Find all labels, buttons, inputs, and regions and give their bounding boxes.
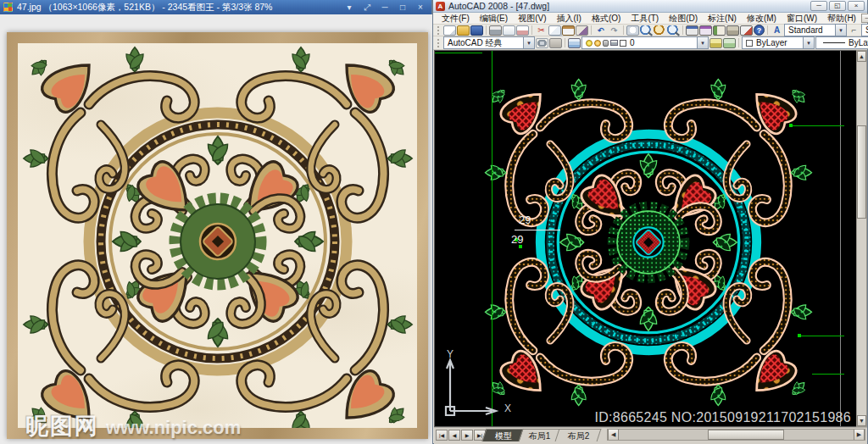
menu-item-insert[interactable]: 插入(I)	[551, 13, 586, 25]
layer-previous-icon[interactable]	[723, 38, 736, 48]
text-style-icon[interactable]: A	[771, 25, 783, 36]
save-icon[interactable]	[470, 25, 483, 36]
vertical-scrollbar[interactable]: ▲ ▼	[856, 50, 867, 427]
window-minimize-button[interactable]: ─	[810, 1, 827, 11]
design-center-icon[interactable]	[699, 25, 712, 36]
combo-arrow-icon[interactable]: ▾	[803, 37, 814, 48]
viewer-maximize-button[interactable]: □	[397, 1, 409, 14]
menu-item-format[interactable]: 格式(O)	[587, 13, 626, 25]
grip-point[interactable]	[789, 124, 793, 127]
tool-palettes-icon[interactable]	[713, 25, 726, 36]
toolbar-separator	[682, 25, 683, 35]
autocad-title-bar[interactable]: A AutoCAD 2008 - [47.dwg] ─ ◱ ×	[433, 0, 867, 13]
menu-item-help[interactable]: 帮助(H)	[822, 13, 861, 25]
drawing-minimize-button[interactable]: ─	[861, 14, 868, 23]
menu-item-edit[interactable]: 编辑(E)	[475, 13, 513, 25]
viewer-canvas[interactable]: 昵图网 www.nipic.com	[0, 14, 432, 444]
help-icon[interactable]: ?	[754, 25, 765, 36]
dim-style-combo[interactable]: Standard	[861, 24, 868, 36]
undo-icon[interactable]: ↶	[594, 25, 607, 36]
menu-item-tools[interactable]: 工具(T)	[626, 13, 664, 25]
workspace-combo[interactable]: AutoCAD 经典 ▾	[443, 36, 535, 49]
layer-properties-icon[interactable]	[568, 38, 581, 48]
construction-line-top	[435, 53, 482, 53]
redo-icon[interactable]: ↷	[608, 25, 620, 36]
pan-icon[interactable]	[626, 25, 639, 36]
menu-item-draw[interactable]: 绘图(D)	[664, 13, 703, 25]
combo-arrow-icon[interactable]: ▾	[523, 37, 534, 48]
viewer-app-icon	[3, 3, 13, 12]
menu-item-view[interactable]: 视图(V)	[513, 13, 551, 25]
layer-plot-icon[interactable]	[610, 40, 618, 46]
viewer-menu-button[interactable]: ▾	[343, 1, 355, 14]
layer-color-swatch[interactable]	[620, 40, 626, 47]
autocad-window: A AutoCAD 2008 - [47.dwg] ─ ◱ × 文件(F) 编辑…	[432, 0, 868, 444]
zoom-previous-icon[interactable]	[667, 25, 680, 36]
marble-medallion-graphic	[18, 43, 417, 428]
text-style-combo[interactable]: Standard ▾	[784, 24, 847, 36]
scroll-left-button[interactable]: ◀	[608, 430, 619, 440]
viewer-close-button[interactable]: ×	[415, 1, 426, 14]
layer-on-bulb-icon[interactable]	[586, 40, 593, 47]
cut-icon[interactable]: ✂	[535, 25, 548, 36]
linetype-combo[interactable]: ByLayer	[815, 36, 868, 49]
drawing-canvas[interactable]: 29 29 Y X ID:8665245 NO:2015091921170215…	[434, 50, 856, 427]
window-close-button[interactable]: ×	[848, 1, 865, 11]
toolbar-separator	[486, 25, 487, 35]
toolbar-grip[interactable]	[437, 39, 440, 47]
vertical-scroll-thumb[interactable]	[857, 125, 866, 219]
properties-icon[interactable]	[686, 25, 698, 36]
construction-line-right-3	[812, 374, 844, 375]
vertical-scroll-track[interactable]	[857, 62, 866, 415]
sheet-set-manager-icon[interactable]	[726, 25, 739, 36]
color-combo[interactable]: ByLayer ▾	[742, 36, 815, 49]
horizontal-scroll-thumb[interactable]	[708, 430, 784, 440]
dim-style-icon[interactable]: ⌐	[848, 25, 860, 36]
dimension-text-1: 29	[519, 214, 531, 225]
menu-item-window[interactable]: 窗口(W)	[782, 13, 822, 25]
menu-item-dimension[interactable]: 标注(N)	[703, 13, 742, 25]
combo-arrow-icon[interactable]: ▾	[835, 25, 846, 36]
horizontal-scrollbar[interactable]: ◀ ▶	[607, 429, 865, 441]
workspace-gear-icon[interactable]	[536, 38, 548, 48]
publish-icon[interactable]	[516, 25, 529, 36]
linetype-value: ByLayer	[849, 38, 868, 47]
zoom-realtime-icon[interactable]	[640, 25, 653, 36]
tab-prev-button[interactable]: ◀	[448, 430, 460, 441]
combo-arrow-icon[interactable]: ▾	[697, 37, 708, 48]
new-icon[interactable]	[443, 25, 456, 36]
marble-tile-border	[7, 32, 428, 439]
scroll-up-button[interactable]: ▲	[857, 51, 866, 62]
scroll-right-button[interactable]: ▶	[854, 430, 865, 440]
make-object-layer-current-icon[interactable]	[709, 38, 722, 48]
viewer-fullscreen-button[interactable]: ⤢	[361, 1, 373, 14]
toolbar-separator	[623, 25, 624, 35]
display-order-icon[interactable]	[549, 38, 562, 48]
layer-lock-icon[interactable]	[603, 40, 609, 47]
plot-preview-icon[interactable]	[503, 25, 515, 36]
markup-icon[interactable]	[740, 25, 753, 36]
horizontal-scroll-track[interactable]	[619, 430, 854, 440]
viewer-minimize-button[interactable]: ─	[379, 1, 391, 14]
plot-icon[interactable]	[489, 25, 502, 36]
viewer-title-bar[interactable]: 47.jpg （1063×1066像素，521KB） - 2345看图王 - 第…	[0, 0, 431, 14]
menu-item-modify[interactable]: 修改(M)	[742, 13, 782, 25]
desktop: 47.jpg （1063×1066像素，521KB） - 2345看图王 - 第…	[0, 0, 868, 444]
paste-icon[interactable]	[562, 25, 575, 36]
scroll-down-button[interactable]: ▼	[857, 415, 866, 426]
layer-combo[interactable]: 0 ▾	[581, 36, 709, 49]
tab-layout2[interactable]: 布局2	[554, 429, 600, 441]
open-icon[interactable]	[457, 25, 470, 36]
tab-first-button[interactable]: |◀	[436, 430, 448, 441]
layer-freeze-sun-icon[interactable]	[594, 40, 601, 47]
toolbar-grip[interactable]	[437, 26, 440, 35]
menu-item-file[interactable]: 文件(F)	[437, 13, 475, 25]
match-properties-icon[interactable]	[576, 25, 588, 36]
zoom-window-icon[interactable]	[654, 25, 666, 36]
layer-state-icons	[586, 40, 626, 47]
grip-point[interactable]	[798, 334, 801, 337]
tab-next-button[interactable]: ▶	[461, 430, 473, 441]
copy-icon[interactable]	[548, 25, 561, 36]
tab-model[interactable]: 模型	[482, 429, 524, 441]
window-restore-button[interactable]: ◱	[829, 1, 846, 11]
